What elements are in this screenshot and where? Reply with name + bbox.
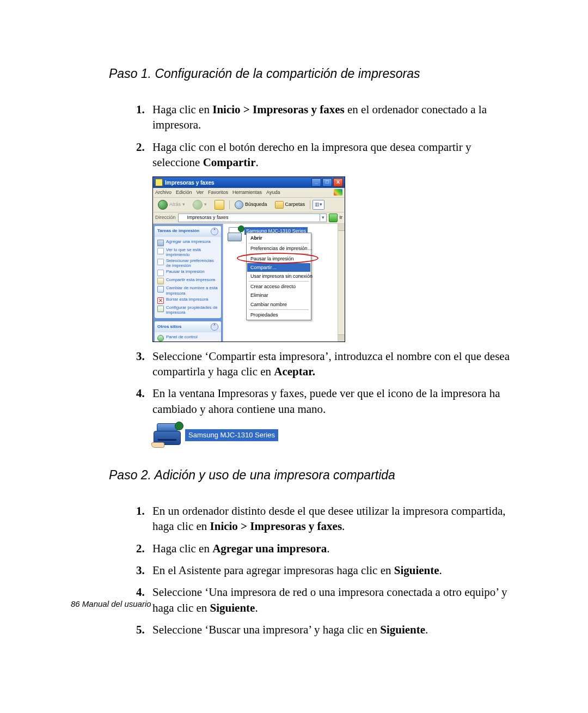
tasks-panel-header[interactable]: Tareas de impresión ˄ <box>155 226 221 237</box>
address-input[interactable]: Impresoras y faxes ▾ <box>178 214 327 222</box>
address-dropdown-icon[interactable]: ▾ <box>320 214 324 221</box>
xp-content-area[interactable]: Samsung MJC-1310 Series Abrir Preferenci… <box>223 224 345 342</box>
search-button[interactable]: Búsqueda <box>232 199 270 210</box>
ctx-open[interactable]: Abrir <box>247 234 310 242</box>
section2-heading: Paso 2. Adición y uso de una impresora c… <box>109 467 517 484</box>
go-button[interactable] <box>329 214 338 222</box>
other-control-panel[interactable]: Panel de control <box>157 334 218 342</box>
figure-shared-printer: Samsung MJC-1310 Series <box>152 423 517 447</box>
page-footer: 86 Manual del usuario <box>71 599 151 610</box>
pause-icon <box>157 270 164 276</box>
step-2-2: 2. Haga clic en Agregar una impresora. <box>136 541 517 556</box>
step-2-3: 3. En el Asistente para agregar impresor… <box>136 563 517 578</box>
section1-steps: 1. Haga clic en Inicio > Impresoras y fa… <box>109 102 517 170</box>
step-text-post: . <box>327 542 329 555</box>
up-button[interactable] <box>212 199 227 210</box>
step-num: 2. <box>136 139 145 155</box>
menu-ver[interactable]: Ver <box>197 189 204 196</box>
up-folder-icon <box>215 200 224 210</box>
step-2-1: 1. En un ordenador distinto desde el que… <box>136 503 517 534</box>
other-places-header[interactable]: Otros sitios ˄ <box>155 321 221 332</box>
task-properties[interactable]: Configurar propiedades de impresora <box>157 304 218 315</box>
step-text-bold: Inicio > Impresoras y faxes <box>210 520 342 533</box>
step-text-post: . <box>425 623 428 636</box>
ctx-rename[interactable]: Cambiar nombre <box>247 300 310 309</box>
window-title: Impresoras y faxes <box>165 179 215 187</box>
step-num: 1. <box>136 503 145 519</box>
back-arrow-icon <box>158 200 168 210</box>
ctx-preferences[interactable]: Preferencias de impresión… <box>247 244 310 253</box>
figure-printers-window: Impresoras y faxes _ □ X Archivo Edición… <box>152 176 517 342</box>
task-share[interactable]: Compartir esta impresora <box>157 277 218 285</box>
step-text-pre: Seleccione ‘Buscar una impresora’ y haga… <box>152 623 380 636</box>
section1-heading: Paso 1. Configuración de la compartición… <box>109 65 517 82</box>
step-text-pre: Haga clic en <box>152 542 212 555</box>
menu-archivo[interactable]: Archivo <box>155 189 171 196</box>
step-text-pre: En el Asistente para agregar impresoras … <box>152 564 394 577</box>
step-text-bold: Inicio > Impresoras y faxes <box>212 103 345 116</box>
xp-window: Impresoras y faxes _ □ X Archivo Edición… <box>152 176 345 342</box>
chevron-up-icon: ˄ <box>211 228 218 235</box>
step-1-2: 2. Haga clic con el botón derecho en la … <box>136 139 517 170</box>
task-preferences[interactable]: Seleccionar preferencias de impresión <box>157 258 218 269</box>
task-rename[interactable]: Cambiar de nombre a esta impresora <box>157 285 218 296</box>
folders-button[interactable]: Carpetas <box>272 199 308 210</box>
step-text-bold: Agregar una impresora <box>212 542 327 555</box>
manual-page: Paso 1. Configuración de la compartición… <box>0 0 588 713</box>
menu-favoritos[interactable]: Favoritos <box>208 189 228 196</box>
menu-ayuda[interactable]: Ayuda <box>266 189 280 196</box>
printers-folder-icon <box>180 215 186 221</box>
task-view-queue[interactable]: Ver lo que se está imprimiendo <box>157 247 218 258</box>
xp-titlebar[interactable]: Impresoras y faxes _ □ X <box>153 177 345 188</box>
menu-herramientas[interactable]: Herramientas <box>232 189 262 196</box>
ctx-share[interactable]: Compartir… <box>247 263 310 272</box>
step-2-4: 4. Seleccione ‘Una impresora de red o un… <box>136 584 517 616</box>
properties-icon <box>157 306 164 312</box>
windows-flag-icon <box>334 189 342 196</box>
maximize-button[interactable]: □ <box>322 178 332 187</box>
step-text-bold: Siguiente <box>210 601 255 614</box>
document-icon <box>157 248 164 254</box>
task-delete[interactable]: Borrar esta impresora <box>157 296 218 304</box>
step-text-pre: Seleccione ‘Compartir esta impresora’, i… <box>152 350 510 378</box>
delete-icon <box>157 297 164 304</box>
back-button[interactable]: Atrás ▾ <box>155 199 188 210</box>
xp-menubar[interactable]: Archivo Edición Ver Favoritos Herramient… <box>153 188 345 197</box>
search-icon <box>235 200 243 209</box>
ctx-pause[interactable]: Pausar la impresión <box>247 254 310 263</box>
step-text-bold: Compartir <box>203 156 256 169</box>
shared-printer-icon <box>152 423 182 447</box>
menu-edicion[interactable]: Edición <box>176 189 192 196</box>
task-pause[interactable]: Pausar la impresión <box>157 269 218 277</box>
xp-body: Tareas de impresión ˄ Agregar una impres… <box>153 224 345 342</box>
step-1-4: 4. En la ventana Impresoras y faxes, pue… <box>136 386 517 417</box>
step-text-bold: Siguiente <box>380 623 425 636</box>
shared-printer-label: Samsung MJC-1310 Series <box>185 429 278 441</box>
scrollbar-vertical[interactable] <box>338 224 345 342</box>
ctx-shortcut[interactable]: Crear acceso directo <box>247 282 310 291</box>
share-hand-icon <box>151 440 163 448</box>
ctx-delete[interactable]: Eliminar <box>247 291 310 300</box>
close-button[interactable]: X <box>333 178 343 187</box>
ctx-use-offline[interactable]: Usar impresora sin conexión <box>247 272 310 281</box>
section2-steps: 1. En un ordenador distinto desde el que… <box>109 503 517 637</box>
forward-button[interactable]: ▾ <box>190 199 210 210</box>
step-text-post: . <box>342 520 345 533</box>
step-text: En la ventana Impresoras y faxes, puede … <box>152 387 500 415</box>
views-button[interactable]: ▥▾ <box>313 200 324 210</box>
step-text-bold: Aceptar. <box>274 365 315 378</box>
preferences-icon <box>157 259 164 265</box>
folders-icon <box>275 201 284 209</box>
xp-addressbar: Dirección Impresoras y faxes ▾ Ir <box>153 212 345 224</box>
step-text-pre: Haga clic en <box>152 103 212 116</box>
step-text-post: . <box>439 564 442 577</box>
task-add-printer[interactable]: Agregar una impresora <box>157 239 218 247</box>
step-num: 3. <box>136 349 145 364</box>
default-check-icon <box>238 226 244 232</box>
forward-arrow-icon <box>193 200 203 210</box>
context-menu: Abrir Preferencias de impresión… Pausar … <box>246 233 311 320</box>
minimize-button[interactable]: _ <box>311 178 321 187</box>
printer-add-icon <box>157 240 164 246</box>
ctx-properties[interactable]: Propiedades <box>247 310 310 319</box>
step-1-1: 1. Haga clic en Inicio > Impresoras y fa… <box>136 102 517 133</box>
